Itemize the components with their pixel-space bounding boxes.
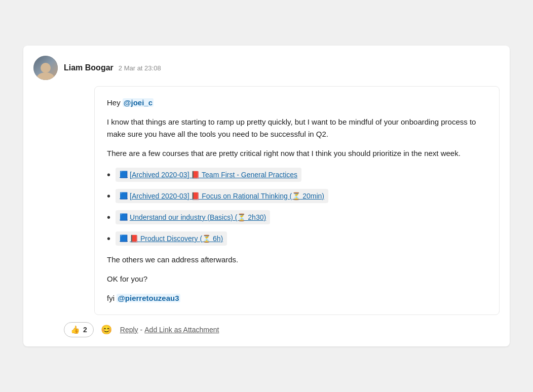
avatar (33, 56, 58, 80)
course-icon-2: 🟦 (120, 191, 128, 202)
paragraph-1: I know that things are starting to ramp … (107, 116, 487, 140)
reaction-count: 2 (83, 326, 87, 334)
course-list: 🟦 [Archived 2020-03] 📕 Team First - Gene… (107, 167, 487, 247)
course-link-4[interactable]: 🟦 📕 Product Discovery (⏳ 6h) (116, 231, 227, 246)
action-separator: - (140, 326, 143, 334)
course-icon-4: 🟦 (120, 233, 128, 244)
course-text-2: [Archived 2020-03] 📕 Focus on Rational T… (130, 190, 324, 202)
fyi-text: fyi (107, 294, 115, 302)
timestamp: 2 Mar at 23:08 (119, 64, 161, 72)
list-item: 🟦 Understand our industry (Basics) (⏳ 2h… (107, 209, 487, 225)
reply-button[interactable]: Reply (120, 326, 138, 334)
paragraph-2: There are a few courses that are pretty … (107, 147, 487, 160)
header-info: Liam Boogar 2 Mar at 23:08 (64, 63, 161, 72)
thumbs-up-reaction-button[interactable]: 👍 2 (64, 322, 94, 337)
list-item: 🟦 [Archived 2020-03] 📕 Focus on Rational… (107, 188, 487, 204)
emoji-picker-icon: 😊 (101, 324, 112, 335)
course-link-3[interactable]: 🟦 Understand our industry (Basics) (⏳ 2h… (116, 210, 270, 224)
course-link-1[interactable]: 🟦 [Archived 2020-03] 📕 Team First - Gene… (116, 168, 301, 182)
message-body: Hey @joei_c I know that things are start… (94, 86, 500, 315)
course-text-1: [Archived 2020-03] 📕 Team First - Genera… (130, 169, 297, 180)
paragraph-3: The others we can address afterwards. (107, 254, 487, 266)
greeting-paragraph: Hey @joei_c (107, 97, 487, 109)
greeting-text: Hey (107, 98, 121, 107)
course-icon-3: 🟦 (120, 212, 128, 223)
mention-pierre[interactable]: @pierretouzeau3 (117, 294, 180, 302)
course-link-2[interactable]: 🟦 [Archived 2020-03] 📕 Focus on Rational… (116, 189, 328, 203)
course-text-3: Understand our industry (Basics) (⏳ 2h30… (130, 212, 266, 223)
fyi-paragraph: fyi @pierretouzeau3 (107, 292, 487, 304)
list-item: 🟦 📕 Product Discovery (⏳ 6h) (107, 230, 487, 247)
course-text-4: 📕 Product Discovery (⏳ 6h) (130, 233, 223, 244)
mention-joei[interactable]: @joei_c (123, 98, 154, 107)
paragraph-4: OK for you? (107, 273, 487, 285)
action-links: Reply - Add Link as Attachment (120, 326, 219, 334)
author-name: Liam Boogar (64, 63, 113, 72)
add-link-button[interactable]: Add Link as Attachment (144, 326, 219, 334)
message-header: Liam Boogar 2 Mar at 23:08 (23, 46, 510, 86)
thumbs-up-emoji: 👍 (70, 325, 80, 334)
message-actions: 👍 2 😊 Reply - Add Link as Attachment (64, 315, 500, 346)
list-item: 🟦 [Archived 2020-03] 📕 Team First - Gene… (107, 167, 487, 183)
course-icon-1: 🟦 (120, 170, 128, 180)
message-card: Liam Boogar 2 Mar at 23:08 Hey @joei_c I… (23, 46, 510, 346)
add-reaction-button[interactable]: 😊 (99, 322, 114, 337)
